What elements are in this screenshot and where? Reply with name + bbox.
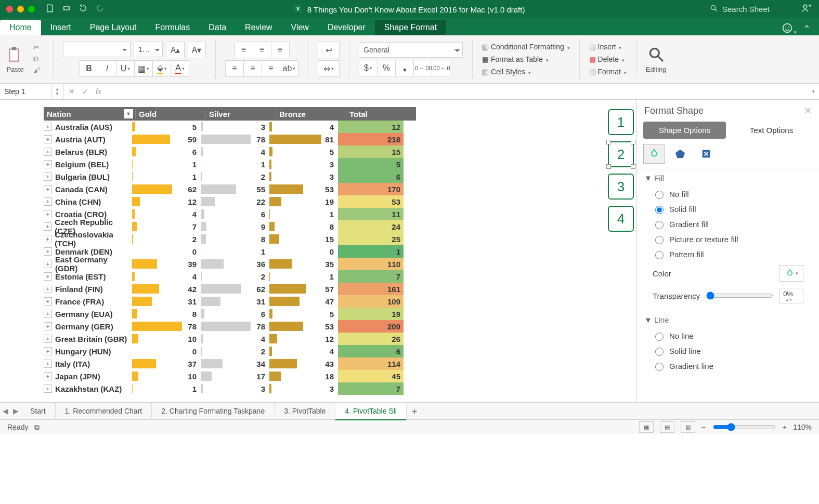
expand-icon[interactable]: + [44, 148, 52, 156]
align-center-icon[interactable]: ≡ [244, 60, 262, 77]
table-row[interactable]: +Bulgaria (BUL)1236 [44, 170, 416, 183]
fill-option-1[interactable]: Solid fill [644, 202, 812, 217]
font-color-button[interactable]: A▾ [171, 60, 189, 77]
number-format-select[interactable]: General [359, 42, 463, 58]
table-row[interactable]: +Germany (GER)787853209 [44, 320, 416, 333]
transparency-value[interactable]: 0%▲▼ [779, 288, 803, 303]
decrease-font-icon[interactable]: A▾ [188, 42, 206, 58]
minimize-window-button[interactable] [17, 6, 24, 12]
copy-icon[interactable]: ⧉ [33, 55, 44, 64]
redo-icon[interactable] [95, 4, 105, 15]
fill-option-2[interactable]: Gradient fill [644, 217, 812, 232]
cut-icon[interactable]: ✂ [33, 43, 44, 52]
table-row[interactable]: +Belarus (BLR)64515 [44, 145, 416, 158]
table-row[interactable]: +Australia (AUS)53412 [44, 121, 416, 133]
font-select[interactable] [63, 42, 131, 57]
sheet-tab-1[interactable]: 1. Recommended Chart [56, 403, 152, 419]
table-row[interactable]: +Austria (AUT)597881218 [44, 133, 416, 145]
table-row[interactable]: +Canada (CAN)625553170 [44, 183, 416, 195]
fill-option-3[interactable]: Picture or texture fill [644, 232, 812, 247]
editing-button[interactable]: Editing [646, 46, 667, 73]
zoom-in-icon[interactable]: + [783, 423, 787, 431]
collapse-ribbon-icon[interactable]: ⌃ [803, 23, 811, 35]
delete-cells-button[interactable]: ▦ Delete ▾ [589, 54, 625, 64]
table-row[interactable]: +East Germany (GDR)393635110 [44, 258, 416, 270]
close-window-button[interactable] [6, 6, 13, 12]
expand-icon[interactable]: + [44, 247, 52, 256]
orientation-icon[interactable]: ab▾ [280, 60, 298, 77]
ribbon-tab-shape-format[interactable]: Shape Format [375, 20, 446, 35]
fill-color-picker[interactable]: ▾ [779, 265, 803, 282]
filter-dropdown-icon[interactable]: ▼ [124, 109, 133, 118]
expand-icon[interactable]: + [44, 372, 52, 380]
ribbon-tab-data[interactable]: Data [199, 20, 236, 35]
header-nation[interactable]: Nation▼ [44, 109, 136, 118]
name-box[interactable]: Step 1 [0, 84, 51, 99]
table-row[interactable]: +China (CHN)12221953 [44, 195, 416, 208]
ribbon-tab-page-layout[interactable]: Page Layout [81, 20, 146, 35]
ribbon-tab-formulas[interactable]: Formulas [146, 20, 200, 35]
italic-button[interactable]: I [98, 60, 116, 77]
table-row[interactable]: +Finland (FIN)426257161 [44, 283, 416, 295]
worksheet-area[interactable]: Nation▼ Gold Silver Bronze Total +Austra… [0, 100, 605, 402]
font-size-select[interactable]: 1… [134, 42, 163, 57]
expand-icon[interactable]: + [44, 197, 52, 206]
expand-icon[interactable]: + [44, 272, 52, 281]
cell-styles-button[interactable]: ▦ Cell Styles ▾ [482, 67, 531, 77]
expand-icon[interactable]: + [44, 297, 52, 306]
normal-view-icon[interactable]: ▦ [639, 421, 654, 433]
table-row[interactable]: +Kazakhstan (KAZ)1337 [44, 382, 416, 395]
align-middle-icon[interactable]: ≡ [253, 42, 271, 58]
expand-icon[interactable]: + [44, 384, 52, 393]
line-section-header[interactable]: ▼ Line [644, 315, 812, 324]
line-option-0[interactable]: No line [644, 328, 812, 343]
cancel-formula-icon[interactable]: ✕ [69, 87, 75, 96]
expand-icon[interactable]: + [44, 335, 52, 343]
align-top-icon[interactable]: ≡ [235, 42, 253, 58]
merge-icon[interactable]: ⇔▾ [318, 60, 340, 77]
expand-icon[interactable]: + [44, 322, 52, 330]
ribbon-tab-view[interactable]: View [282, 20, 318, 35]
align-bottom-icon[interactable]: ≡ [271, 42, 290, 58]
text-options-tab[interactable]: Text Options [730, 122, 813, 139]
shape-options-tab[interactable]: Shape Options [643, 122, 726, 139]
format-cells-button[interactable]: ▦ Format ▾ [589, 67, 627, 77]
increase-font-icon[interactable]: A▴ [166, 42, 185, 58]
transparency-slider[interactable] [706, 291, 773, 300]
size-category-icon[interactable] [695, 144, 717, 164]
page-layout-view-icon[interactable]: ▤ [660, 421, 674, 433]
expand-icon[interactable]: + [44, 123, 52, 131]
effects-category-icon[interactable] [669, 144, 691, 164]
table-row[interactable]: +Estonia (EST)4217 [44, 270, 416, 283]
sheet-tab-3[interactable]: 3. PivotTable [275, 403, 335, 419]
format-painter-icon[interactable]: 🖌 [33, 66, 44, 75]
table-row[interactable]: +Japan (JPN)10171845 [44, 370, 416, 382]
expand-icon[interactable]: + [44, 310, 52, 318]
macro-record-icon[interactable]: ⧉ [34, 423, 40, 432]
expand-icon[interactable]: + [44, 222, 51, 231]
sheet-tab-0[interactable]: Start [21, 403, 56, 419]
ribbon-tab-review[interactable]: Review [236, 20, 281, 35]
expand-icon[interactable]: + [44, 235, 51, 243]
zoom-slider[interactable] [713, 423, 775, 431]
wrap-text-icon[interactable]: ↩ [318, 42, 340, 58]
decrease-decimal-icon[interactable]: .00→.0 [432, 60, 450, 76]
page-break-view-icon[interactable]: ▥ [681, 421, 695, 433]
table-row[interactable]: +Belgium (BEL)1135 [44, 158, 416, 170]
zoom-level[interactable]: 110% [793, 423, 812, 431]
ribbon-tab-insert[interactable]: Insert [41, 20, 81, 35]
print-icon[interactable] [62, 4, 71, 15]
close-pane-icon[interactable]: ✕ [804, 105, 812, 116]
expand-icon[interactable]: + [44, 185, 52, 193]
table-row[interactable]: +Italy (ITA)373443114 [44, 357, 416, 370]
paste-button[interactable]: Paste [6, 46, 24, 73]
save-icon[interactable] [45, 4, 55, 15]
sheet-nav-next-icon[interactable]: ▶ [10, 407, 21, 415]
expand-icon[interactable]: + [44, 347, 52, 355]
percent-icon[interactable]: % [378, 60, 396, 76]
conditional-formatting-button[interactable]: ▦ Conditional Formatting ▾ [482, 42, 570, 52]
line-option-2[interactable]: Gradient line [644, 359, 812, 374]
enter-formula-icon[interactable]: ✓ [82, 87, 88, 96]
fill-option-0[interactable]: No fill [644, 187, 812, 202]
share-icon[interactable] [801, 3, 812, 15]
